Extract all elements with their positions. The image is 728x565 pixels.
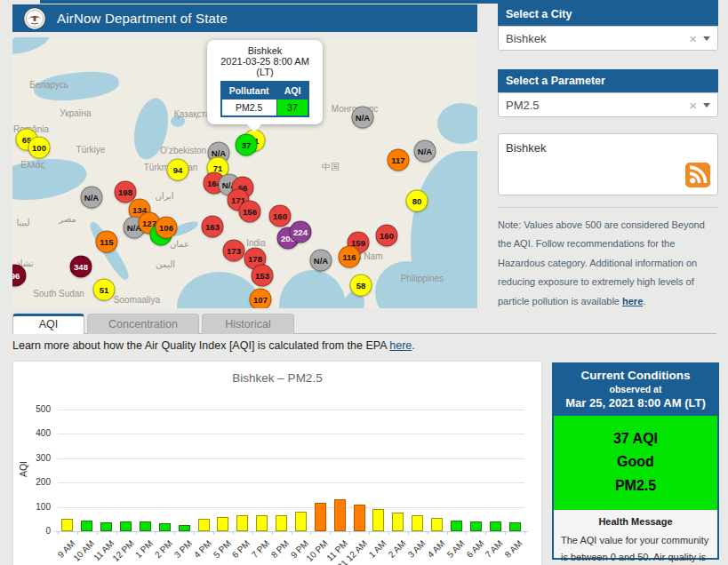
tab-historical[interactable]: Historical [202,314,294,334]
popup-timezone: (LT) [211,67,319,77]
chart-bar [61,519,73,531]
chart-x-label: 6 PM [230,538,252,560]
chart-x-label: 1 AM [367,538,388,560]
learn-more-suffix: . [412,339,414,352]
chart-x-label: 4 AM [425,538,446,560]
city-select[interactable]: Bishkek × [498,26,718,51]
chart-x-tick [428,531,428,535]
parameter-select[interactable]: PM2.5 × [498,92,718,117]
chart-x-label: 3 PM [172,538,194,560]
clear-icon[interactable]: × [683,32,703,45]
chart-bar [334,499,346,531]
map-marker[interactable]: N/A [81,187,103,209]
page-title: AirNow Department of State [57,11,228,26]
chart-bar [179,525,190,531]
chart-y-tick-label: 300 [17,453,51,463]
chart-bar [276,515,287,531]
chart-bar [372,509,384,531]
current-conditions-panel: Current Conditions observed at Mar 25, 2… [552,362,719,560]
chart-x-tick [116,531,117,535]
chart-x-label: 8 PM [269,538,291,560]
chevron-down-icon[interactable] [703,103,710,107]
chart-x-tick [408,531,409,535]
rss-city-text: Bishkek [506,141,547,155]
chart-bar [490,521,501,531]
chart-bar [198,519,210,531]
learn-more-text: Learn more about how the Air Quality Ind… [12,339,415,352]
map-marker[interactable]: 37 [236,134,258,156]
map-marker[interactable]: 100 [28,137,51,159]
learn-more-prefix: Learn more about how the Air Quality Ind… [12,339,389,352]
map-marker[interactable]: N/A [352,107,374,129]
chart-x-tick [369,531,370,535]
select-parameter-header: Select a Parameter [498,69,718,92]
chart-x-tick [505,531,506,535]
chart-x-label: 2 AM [387,538,408,560]
rss-feed-box: Bishkek [498,133,718,195]
chevron-down-icon[interactable] [703,36,710,41]
chart-gridline [58,410,524,410]
chart-bar [412,515,423,531]
tab-aqi[interactable]: AQI [12,314,84,334]
chart-y-tick-label: 400 [17,428,51,438]
map-marker[interactable]: 117 [388,149,410,171]
popup-pollutant-value: PM2.5 [221,99,276,117]
note-here-link[interactable]: here [622,296,643,306]
chart-bar [81,521,92,531]
chart-x-tick [485,531,486,535]
chart-x-tick [349,531,350,535]
chart-gridline [58,458,524,459]
chart-y-axis-label: AQI [18,461,28,477]
chart-x-label: 10 PM [305,538,330,563]
chart-x-tick [310,531,311,535]
map-marker[interactable]: 224 [290,221,312,243]
chart-gridline [58,482,524,483]
sidebar: Select a City Bishkek × Select a Paramet… [498,3,718,311]
chart-x-label: 2 PM [153,538,174,560]
chart-plot: 01002003004005009 AM10 AM11 AM12 PM1 PM2… [58,410,524,531]
map-marker[interactable]: 58 [350,275,372,297]
chart-y-tick-label: 500 [17,404,51,414]
map-marker[interactable]: 348 [70,256,92,278]
rss-icon[interactable] [685,163,710,187]
map-marker[interactable]: 163 [202,216,224,238]
clear-icon[interactable]: × [683,99,703,112]
note-prefix: Note: Values above 500 are considered Be… [498,219,705,306]
chart-bar [140,521,151,531]
health-message-title: Health Message [561,516,710,527]
aqi-value: 37 AQI [554,427,717,450]
map-marker[interactable]: 94 [167,159,189,181]
chart-y-tick-label: 0 [17,526,51,536]
map-marker[interactable]: 106 [156,217,178,239]
chart-x-label: 8 AM [503,538,524,560]
chart-x-label: 6 AM [464,538,485,560]
chart-title: Bishkek – PM2.5 [13,371,541,385]
chart-x-label: 7 PM [250,538,271,560]
map[interactable]: БеларусьУкраїнаRomâniaΕλλάςTürkiyeҚазақс… [12,37,477,308]
chart-x-label: 5 AM [444,538,466,560]
tab-bar: AQI Concentration Historical [12,314,294,334]
map-marker[interactable]: 160 [376,225,398,247]
chart-bar [256,515,268,531]
map-marker[interactable]: 115 [96,231,118,253]
map-marker[interactable]: 173 [223,240,245,262]
chart-gridline [58,434,524,434]
map-marker[interactable]: 51 [93,279,116,301]
map-marker[interactable]: N/A [414,140,436,163]
epa-here-link[interactable]: here [389,339,412,352]
map-marker[interactable]: 156 [239,201,261,223]
map-marker[interactable]: 96 [12,265,27,287]
map-marker[interactable]: 116 [339,246,361,268]
select-city-header: Select a City [498,3,718,26]
map-marker[interactable]: 107 [250,289,272,309]
map-marker[interactable]: 80 [406,190,428,212]
chart-x-tick [447,531,448,535]
tab-concentration[interactable]: Concentration [87,314,199,334]
map-marker[interactable]: N/A [310,250,332,272]
chart-panel: Bishkek – PM2.5 AQI 01002003004005009 AM… [12,361,542,565]
chart-bar [470,521,482,531]
map-marker[interactable]: 153 [252,265,274,287]
chart-x-label: 12 PM [110,538,135,563]
chart-y-tick-label: 100 [17,502,51,512]
map-marker[interactable]: 160 [269,205,292,227]
